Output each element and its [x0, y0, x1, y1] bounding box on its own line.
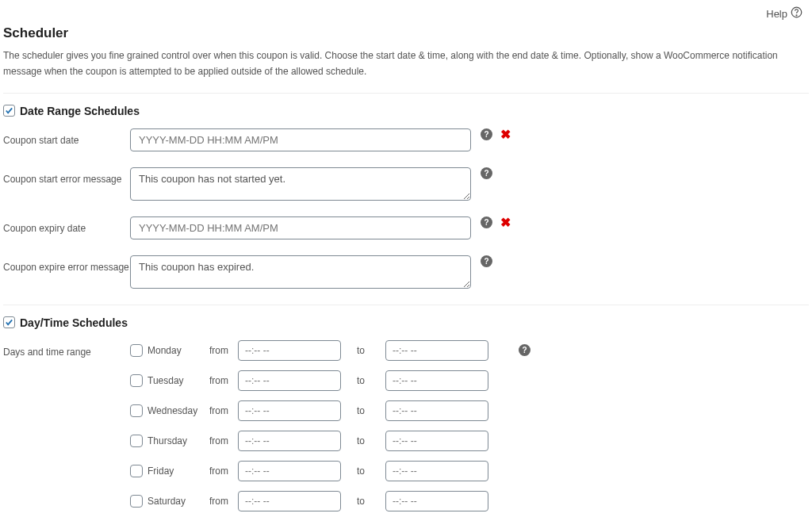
time-from-input-friday[interactable]	[238, 461, 341, 481]
time-to-input-wednesday[interactable]	[385, 400, 488, 421]
divider	[3, 93, 809, 94]
day-row-saturday: Saturdayfromto	[130, 491, 504, 511]
from-label: from	[209, 405, 238, 416]
from-label: from	[209, 496, 238, 507]
svg-point-1	[796, 15, 797, 16]
label-coupon-expiry-date: Coupon expiry date	[3, 216, 130, 236]
day-row-friday: Fridayfromto	[130, 461, 504, 481]
section-title-date-range: Date Range Schedules	[20, 105, 140, 117]
day-label: Tuesday	[147, 375, 209, 386]
to-label: to	[357, 496, 385, 507]
help-link[interactable]: Help	[766, 8, 787, 20]
coupon-expire-error-input[interactable]	[130, 255, 471, 289]
date-range-toggle-checkbox[interactable]	[3, 105, 15, 117]
help-icon[interactable]	[791, 6, 802, 21]
page-description: The scheduler gives you fine grained con…	[3, 48, 809, 80]
page-title: Scheduler	[3, 25, 809, 41]
tooltip-icon[interactable]: ?	[481, 128, 492, 140]
to-label: to	[357, 405, 385, 416]
label-coupon-start-error: Coupon start error message	[3, 167, 130, 187]
time-to-input-tuesday[interactable]	[385, 370, 488, 391]
day-label: Thursday	[147, 435, 209, 446]
day-checkbox-saturday[interactable]	[130, 495, 143, 508]
tooltip-icon[interactable]: ?	[519, 344, 530, 356]
day-checkbox-monday[interactable]	[130, 344, 143, 357]
day-row-monday: Mondayfromto	[130, 340, 504, 361]
time-from-input-saturday[interactable]	[238, 491, 341, 511]
day-time-toggle-checkbox[interactable]	[3, 316, 15, 328]
coupon-expiry-date-input[interactable]	[130, 216, 471, 239]
time-from-input-tuesday[interactable]	[238, 370, 341, 391]
clear-expiry-date-icon[interactable]: ✖	[500, 216, 511, 229]
time-to-input-thursday[interactable]	[385, 431, 488, 451]
time-from-input-thursday[interactable]	[238, 431, 341, 451]
tooltip-icon[interactable]: ?	[481, 216, 492, 228]
day-checkbox-tuesday[interactable]	[130, 374, 143, 387]
time-from-input-monday[interactable]	[238, 340, 341, 361]
tooltip-icon[interactable]: ?	[481, 255, 492, 267]
to-label: to	[357, 465, 385, 477]
day-row-thursday: Thursdayfromto	[130, 431, 504, 451]
label-coupon-start-date: Coupon start date	[3, 128, 130, 148]
coupon-start-date-input[interactable]	[130, 128, 471, 151]
from-label: from	[209, 345, 238, 356]
to-label: to	[357, 375, 385, 386]
day-label: Wednesday	[147, 405, 209, 416]
time-to-input-saturday[interactable]	[385, 491, 488, 511]
day-label: Friday	[147, 465, 209, 477]
divider	[3, 305, 809, 305]
day-checkbox-wednesday[interactable]	[130, 404, 143, 417]
tooltip-icon[interactable]: ?	[481, 167, 492, 179]
from-label: from	[209, 435, 238, 446]
time-to-input-monday[interactable]	[385, 340, 488, 361]
from-label: from	[209, 375, 238, 386]
to-label: to	[357, 435, 385, 446]
time-to-input-friday[interactable]	[385, 461, 488, 481]
day-label: Monday	[147, 345, 209, 356]
day-checkbox-friday[interactable]	[130, 465, 143, 477]
coupon-start-error-input[interactable]	[130, 167, 471, 201]
label-coupon-expire-error: Coupon expire error message	[3, 255, 130, 275]
day-row-wednesday: Wednesdayfromto	[130, 400, 504, 421]
label-days-time-range: Days and time range	[3, 340, 130, 360]
from-label: from	[209, 465, 238, 477]
day-label: Saturday	[147, 496, 209, 507]
time-from-input-wednesday[interactable]	[238, 400, 341, 421]
day-checkbox-thursday[interactable]	[130, 435, 143, 447]
to-label: to	[357, 345, 385, 356]
day-row-tuesday: Tuesdayfromto	[130, 370, 504, 391]
clear-start-date-icon[interactable]: ✖	[500, 128, 511, 141]
section-title-day-time: Day/Time Schedules	[20, 316, 128, 329]
